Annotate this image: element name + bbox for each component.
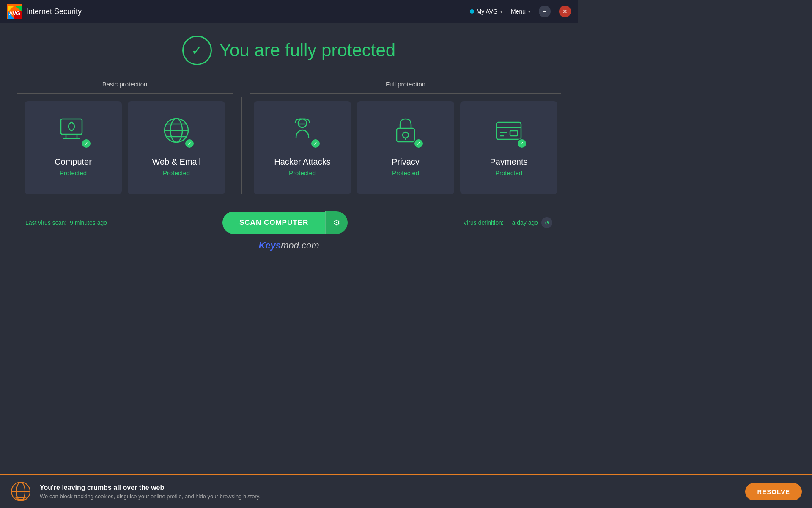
titlebar: AVG Internet Security My AVG ▾ Menu ▾ − … (0, 0, 578, 23)
refresh-icon: ↺ (545, 220, 549, 226)
scan-button-group: SCAN COMPUTER ⚙ (222, 211, 348, 234)
myavg-chevron-icon: ▾ (500, 9, 502, 14)
web-email-check-icon: ✓ (184, 138, 195, 149)
hacker-attacks-card-title: Hacker Attacks (274, 157, 330, 167)
virus-def-label: Virus definition: (463, 219, 503, 226)
privacy-card[interactable]: ✓ Privacy Protected (357, 101, 454, 194)
last-scan-label: Last virus scan: (25, 219, 66, 226)
protection-wrapper: Basic protection ✓ (17, 80, 561, 194)
menu-chevron-icon: ▾ (528, 9, 530, 14)
computer-card-status: Protected (60, 169, 87, 177)
computer-card-title: Computer (55, 157, 92, 167)
gear-icon: ⚙ (333, 218, 340, 227)
web-email-card-title: Web & Email (152, 157, 200, 167)
svg-text:AVG: AVG (9, 10, 20, 17)
web-email-card[interactable]: ✓ Web & Email Protected (128, 101, 225, 194)
section-vertical-divider (241, 97, 242, 194)
basic-section-divider (17, 93, 233, 94)
minimize-icon: − (543, 8, 546, 15)
web-email-card-status: Protected (163, 169, 190, 177)
privacy-card-status: Protected (392, 169, 419, 177)
myavg-status-dot (470, 9, 474, 14)
payments-icon-wrap: ✓ (490, 111, 528, 149)
privacy-icon-wrap: ✓ (387, 111, 425, 149)
scan-computer-button[interactable]: SCAN COMPUTER (222, 212, 325, 234)
full-section-divider (250, 93, 561, 94)
svg-point-18 (403, 132, 409, 138)
status-circle: ✓ (182, 36, 212, 65)
watermark: Keysmod.com (258, 240, 319, 251)
menu-label: Menu (511, 8, 526, 15)
last-scan-value: 9 minutes ago (70, 219, 107, 226)
myavg-button[interactable]: My AVG ▾ (470, 8, 502, 15)
refresh-virus-def-button[interactable]: ↺ (541, 217, 552, 228)
menu-button[interactable]: Menu ▾ (511, 8, 530, 15)
payments-card-status: Protected (495, 169, 522, 177)
hacker-attacks-card[interactable]: ✓ Hacker Attacks Protected (254, 101, 351, 194)
web-email-icon-wrap: ✓ (157, 111, 195, 149)
svg-rect-6 (61, 119, 82, 134)
avg-logo-icon: AVG (7, 4, 22, 19)
close-button[interactable]: ✕ (559, 6, 571, 17)
computer-icon-wrap: ✓ (54, 111, 92, 149)
virus-def-value: a day ago (512, 219, 538, 226)
basic-protection-label: Basic protection (102, 80, 148, 88)
virus-definition-info: Virus definition: a day ago ↺ (463, 217, 552, 228)
svg-rect-24 (510, 131, 518, 136)
full-protection-label: Full protection (386, 80, 425, 88)
watermark-mod: mod (281, 240, 299, 251)
svg-point-15 (298, 119, 307, 127)
bottom-bar: Last virus scan: 9 minutes ago SCAN COMP… (17, 211, 561, 234)
app-title: Internet Security (26, 7, 82, 16)
privacy-check-icon: ✓ (414, 138, 424, 149)
main-content: ✓ You are fully protected Basic protecti… (0, 23, 578, 260)
scan-settings-button[interactable]: ⚙ (325, 211, 348, 234)
close-icon: ✕ (562, 8, 568, 15)
myavg-label: My AVG (477, 8, 498, 15)
titlebar-left: AVG Internet Security (7, 4, 82, 19)
hacker-attacks-card-status: Protected (289, 169, 316, 177)
computer-card[interactable]: ✓ Computer Protected (25, 101, 122, 194)
computer-check-icon: ✓ (81, 138, 91, 149)
status-text: You are fully protected (219, 40, 395, 61)
hacker-icon-wrap: ✓ (283, 111, 321, 149)
full-protection-section: Full protection (250, 80, 561, 194)
protection-status-row: ✓ You are fully protected (182, 36, 395, 65)
payments-card-title: Payments (490, 157, 528, 167)
privacy-card-title: Privacy (392, 157, 420, 167)
watermark-com: com (302, 240, 319, 251)
basic-cards-row: ✓ Computer Protected (25, 101, 225, 194)
hacker-check-icon: ✓ (310, 138, 321, 149)
basic-protection-section: Basic protection ✓ (17, 80, 233, 194)
payments-check-icon: ✓ (517, 138, 527, 149)
watermark-keys: Keys (258, 240, 281, 251)
full-cards-row: ✓ Hacker Attacks Protected (254, 101, 557, 194)
minimize-button[interactable]: − (539, 6, 551, 17)
titlebar-right: My AVG ▾ Menu ▾ − ✕ (470, 6, 571, 17)
check-icon: ✓ (191, 42, 203, 58)
payments-card[interactable]: ✓ Payments Protected (460, 101, 557, 194)
last-scan-info: Last virus scan: 9 minutes ago (25, 219, 107, 226)
